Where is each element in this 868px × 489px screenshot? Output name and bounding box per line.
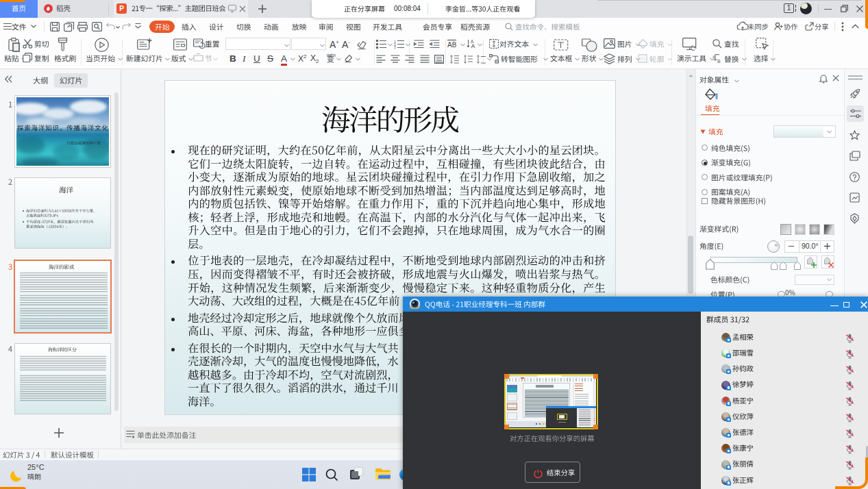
svg-text:3: 3 <box>394 45 396 49</box>
svg-text:A: A <box>712 55 715 59</box>
svg-text:A: A <box>471 39 474 44</box>
svg-text:B: B <box>717 59 721 64</box>
